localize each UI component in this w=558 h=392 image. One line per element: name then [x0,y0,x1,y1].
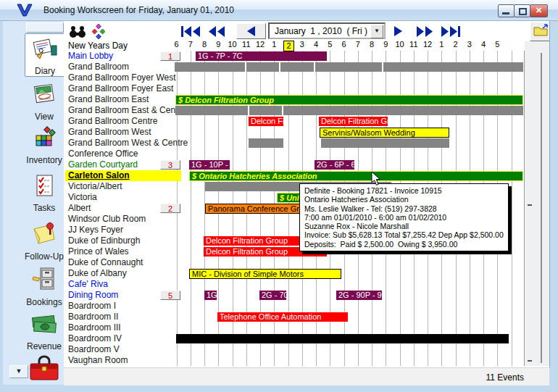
room-name[interactable]: Prince of Wales [68,246,129,257]
previous-week-icon[interactable] [208,26,225,40]
maximize-button[interactable] [514,4,530,17]
booking-bar[interactable] [176,334,509,343]
timeline-hour[interactable]: 10 [393,40,407,49]
close-button[interactable]: ✕ [530,4,548,17]
timeline-hour[interactable]: 6 [337,40,351,49]
room-name[interactable]: Grand Ballroom [68,62,129,72]
room-name[interactable]: Grand Ballroom West & Centre [68,138,188,149]
booking-bar[interactable] [383,62,523,72]
room-name[interactable]: Boardroom II [68,312,118,322]
booking-bar[interactable]: 1G - 10P - 2 [189,160,230,170]
room-name[interactable]: JJ Keys Foyer [68,225,123,235]
room-badge[interactable]: 3 [160,160,180,170]
room-name[interactable]: Duke of Connaught [68,257,143,268]
timeline-hour-selected[interactable]: 2 [283,41,294,51]
previous-day-button[interactable] [236,23,266,39]
room-name[interactable]: Duke of Edinburgh [68,235,140,246]
room-name[interactable]: Windsor Club Room [68,214,146,225]
room-name[interactable]: Dining Room [68,290,118,301]
room-name[interactable]: Grand Ballroom Foyer East [68,83,173,94]
booking-bar[interactable] [283,106,523,115]
room-name[interactable]: Boardroom I [68,301,116,312]
timeline-hour[interactable]: 7 [183,40,198,49]
room-badge[interactable]: 2 [160,204,180,213]
room-name[interactable]: Grand Ballroom Foyer West [68,72,176,83]
open-folder-button[interactable] [530,22,550,41]
room-name[interactable]: Cafe' Riva [68,279,108,290]
timeline-hour[interactable]: 9 [211,40,225,49]
room-name[interactable]: Grand Ballroom East [68,94,149,105]
timeline-hour[interactable]: 4 [309,40,323,49]
timescale-slider-track[interactable] [541,53,542,363]
timeline-hour[interactable]: 1 [267,40,281,49]
sidebar-item-inventory[interactable]: Inventory [25,123,64,165]
booking-bar[interactable]: 1G - 7P - 7C [196,51,327,61]
next-week-icon[interactable] [417,26,433,40]
booking-bar[interactable]: 1G [204,291,217,300]
timeline-hour[interactable]: 8 [197,40,212,49]
booking-bar[interactable] [175,62,245,72]
booking-bar[interactable]: 2G - 6P - 60 [315,160,354,170]
sidebar-item-revenue[interactable]: Revenue [25,311,64,353]
timeline-hour[interactable]: 12 [253,40,267,49]
timeline-hour[interactable]: 4 [476,40,491,49]
booking-bar[interactable] [249,138,283,148]
timeline-hour[interactable]: 12 [420,40,435,49]
timeline-hour[interactable]: 9 [378,40,393,49]
timeline-hour[interactable]: 11 [239,40,254,49]
timeline-hour[interactable]: 7 [351,40,365,49]
timeline-hour[interactable]: 3 [295,40,309,49]
timeline-hour[interactable]: 1 [434,40,449,49]
room-name[interactable]: Grand Ballroom West [68,127,151,138]
booking-bar[interactable]: Servinis/Walsom Wedding [320,128,449,138]
room-name[interactable]: Victoria [68,192,97,203]
room-name[interactable]: Conference Office [68,149,138,159]
room-name[interactable]: Boardroom III [68,322,121,333]
room-badge[interactable]: 5 [160,291,180,300]
next-day-icon[interactable] [394,26,402,39]
booking-bar[interactable]: $ Delcon Filtration Group [175,95,523,105]
search-icon[interactable] [69,25,86,42]
sidebar-more-button[interactable]: ▼ [9,365,28,378]
room-name[interactable]: Boardroom V [68,344,120,355]
booking-bar[interactable]: Delcon Fil [249,117,283,126]
timeline-hour[interactable]: 6 [170,40,184,49]
room-name[interactable]: Vaughan Room [68,355,128,366]
booking-bar[interactable]: Telephone Office Automation [217,312,348,322]
timeline-hour[interactable]: 3 [462,40,477,49]
booking-bar[interactable] [315,62,382,72]
toolbox-icon[interactable] [28,354,61,385]
booking-bar[interactable] [246,62,279,72]
booking-bar[interactable]: Delcon Filtration Gro [319,117,388,126]
booking-bar[interactable] [249,106,282,115]
booking-bar[interactable] [175,106,248,115]
sidebar-item-diary[interactable]: Diary [25,33,64,77]
room-badge[interactable]: 1 [160,51,180,61]
sidebar-item-bookings[interactable]: Bookings [25,264,64,306]
room-name[interactable]: Duke of Albany [68,268,127,279]
booking-bar[interactable]: 2G - 70 [259,291,286,300]
booking-bar[interactable]: 2G - 90P - 900 [336,291,382,300]
chevron-down-icon[interactable]: ▼ [370,25,383,38]
room-name[interactable]: Vaughan East [68,366,122,367]
room-name[interactable]: Grand Ballroom Centre [68,116,157,127]
room-name[interactable]: Main Lobby [68,51,113,62]
room-name-selected[interactable]: Carleton Salon [65,170,181,181]
booking-bar[interactable] [280,62,314,72]
booking-bar[interactable]: MIC - Division of Simple Motors [189,269,341,279]
first-day-icon[interactable] [181,26,200,40]
room-name[interactable]: Garden Courtyard [68,159,138,170]
sidebar-item-follow-up[interactable]: Follow-Up [25,218,64,260]
room-name[interactable]: Victoria/Albert [68,181,122,192]
booking-bar[interactable] [321,138,449,148]
date-select[interactable]: January 1 , 2010 ( Fri ) ▼ [268,22,386,39]
timeline-hour[interactable]: 2 [449,40,463,49]
timeline-hour[interactable]: 10 [225,40,240,49]
sidebar-collapse-button[interactable] [26,22,64,33]
minimize-button[interactable] [498,4,515,17]
timeline-hour[interactable]: 5 [322,40,337,49]
last-day-icon[interactable] [441,26,460,40]
timeline-hour[interactable]: 8 [365,40,379,49]
sidebar-item-view[interactable]: View [25,80,64,122]
sidebar-item-tasks[interactable]: Tasks [25,171,64,213]
